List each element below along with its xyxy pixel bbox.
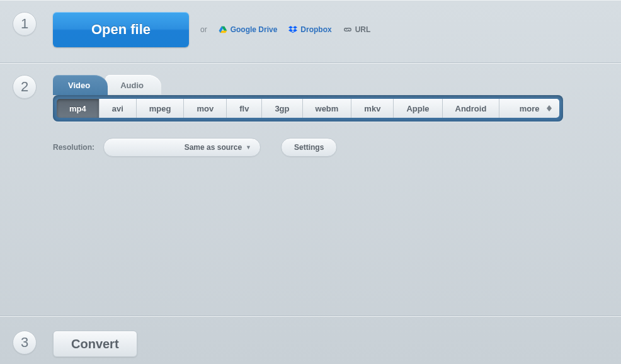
- dropbox-icon: [288, 25, 297, 34]
- format-apple[interactable]: Apple: [394, 99, 442, 118]
- format-android[interactable]: Android: [443, 99, 500, 118]
- convert-button[interactable]: Convert: [53, 331, 137, 357]
- step-badge-3: 3: [13, 331, 37, 355]
- step-badge-1: 1: [13, 12, 37, 36]
- format-webm[interactable]: webm: [303, 99, 352, 118]
- chevron-down-icon: ▼: [246, 144, 251, 151]
- format-mpeg[interactable]: mpeg: [137, 99, 185, 118]
- format-bar: mp4 avi mpeg mov flv 3gp webm mkv Apple …: [53, 95, 563, 122]
- tab-video[interactable]: Video: [53, 75, 108, 95]
- format-more-label: more: [520, 104, 540, 113]
- sort-icon: [545, 103, 553, 113]
- settings-button[interactable]: Settings: [281, 138, 337, 157]
- step2-content: Video Audio mp4 avi mpeg mov flv 3gp web…: [53, 75, 608, 157]
- step-2-section: 2 Video Audio mp4 avi mpeg mov flv 3gp w…: [0, 63, 621, 316]
- google-drive-label: Google Drive: [231, 25, 278, 34]
- resolution-select[interactable]: Same as source ▼: [103, 138, 261, 157]
- format-avi[interactable]: avi: [100, 99, 137, 118]
- format-mov[interactable]: mov: [184, 99, 227, 118]
- link-icon: [343, 25, 352, 34]
- url-label: URL: [355, 25, 371, 34]
- step-1-section: 1 Open file or Google Drive Dropbox URL: [0, 0, 621, 63]
- step-3-section: 3 Convert: [0, 316, 621, 364]
- format-mp4[interactable]: mp4: [57, 99, 100, 118]
- format-flv[interactable]: flv: [227, 99, 262, 118]
- format-mkv[interactable]: mkv: [351, 99, 394, 118]
- step1-content: Open file or Google Drive Dropbox URL: [53, 12, 370, 47]
- tab-audio[interactable]: Audio: [105, 75, 161, 95]
- open-file-button[interactable]: Open file: [53, 12, 189, 47]
- step-badge-2: 2: [13, 75, 37, 99]
- options-row: Resolution: Same as source ▼ Settings: [53, 138, 608, 157]
- format-more[interactable]: more: [499, 99, 559, 118]
- dropbox-link[interactable]: Dropbox: [288, 25, 331, 34]
- url-link[interactable]: URL: [343, 25, 371, 34]
- google-drive-link[interactable]: Google Drive: [219, 25, 278, 34]
- media-type-tabs: Video Audio: [53, 75, 608, 95]
- google-drive-icon: [219, 25, 227, 34]
- dropbox-label: Dropbox: [300, 25, 331, 34]
- or-text: or: [200, 25, 207, 34]
- resolution-label: Resolution:: [53, 143, 94, 152]
- format-3gp[interactable]: 3gp: [262, 99, 302, 118]
- resolution-value: Same as source: [185, 143, 242, 152]
